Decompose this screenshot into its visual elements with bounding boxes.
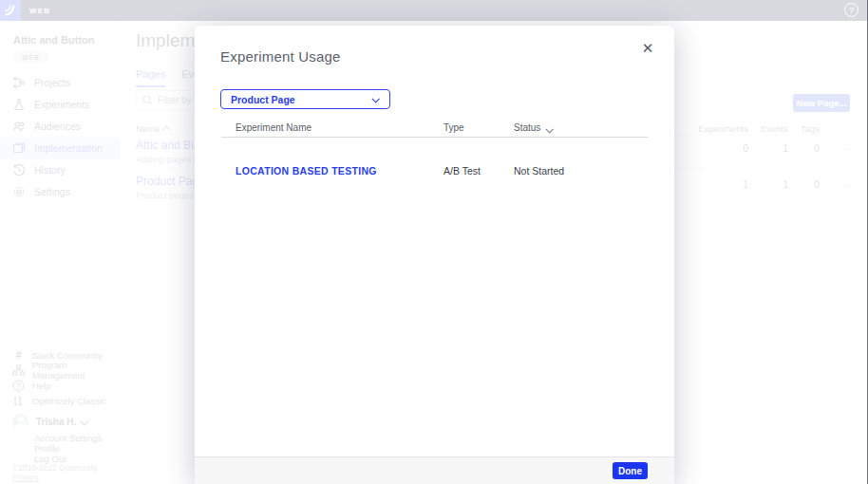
experiment-type: A/B Test (443, 165, 481, 177)
done-button[interactable]: Done (613, 462, 648, 479)
divider (221, 137, 648, 138)
close-icon[interactable]: ✕ (637, 38, 658, 59)
column-type[interactable]: Type (443, 122, 464, 133)
experiment-status: Not Started (514, 165, 564, 177)
experiment-usage-dialog: Experiment Usage ✕ Product Page Experime… (195, 26, 674, 484)
column-experiment-name[interactable]: Experiment Name (236, 122, 311, 133)
column-status-label: Status (514, 122, 540, 133)
chevron-down-icon (371, 95, 379, 102)
dialog-footer: Done (195, 456, 674, 484)
column-status[interactable]: Status (514, 122, 552, 133)
page-selector-value: Product Page (231, 94, 295, 105)
screen: WEB ? Attic and Button WEB Projects E (0, 0, 868, 484)
sort-desc-icon (546, 125, 554, 133)
dialog-title: Experiment Usage (220, 48, 341, 65)
experiment-name-link[interactable]: LOCATION BASED TESTING (236, 165, 377, 177)
page-selector-dropdown[interactable]: Product Page (220, 89, 390, 109)
